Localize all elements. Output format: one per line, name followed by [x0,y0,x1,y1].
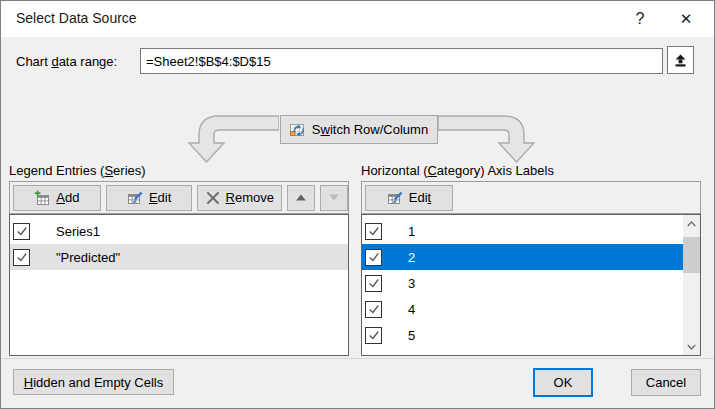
add-button-label: Add [56,190,79,205]
add-button[interactable]: Add [13,185,101,211]
check-icon [367,302,381,316]
chevron-down-icon [687,344,696,350]
footer-divider [2,358,715,359]
list-item-5[interactable]: 5 [362,322,683,348]
checkbox-2[interactable] [365,249,382,266]
list-item-label: 5 [408,328,415,343]
list-item-3[interactable]: 3 [362,270,683,296]
edit-series-button-label: Edit [149,190,171,205]
move-up-button[interactable] [287,185,315,211]
scroll-up-button[interactable] [683,215,700,232]
edit-series-icon [127,190,143,206]
axis-labels-list[interactable]: 1 2 3 4 5 [361,214,701,356]
legend-entries-list[interactable]: Series1 "Predicted" [9,214,349,356]
move-down-icon [329,194,339,201]
check-icon [367,276,381,290]
chevron-up-icon [687,221,696,227]
chart-data-range-label: Chart data range: [16,54,117,69]
remove-button[interactable]: Remove [197,185,282,211]
move-up-icon [296,194,306,201]
legend-toolbar: Add Edit Remove [9,181,349,214]
list-item-label: Series1 [56,224,100,239]
ok-button[interactable]: OK [533,368,593,397]
move-down-button[interactable] [320,185,348,211]
checkbox-predicted[interactable] [13,249,30,266]
list-item-series1[interactable]: Series1 [10,218,348,244]
dialog-title: Select Data Source [16,10,137,26]
switch-row-column-label: Switch Row/Column [312,122,428,137]
list-item-1[interactable]: 1 [362,218,683,244]
list-item-label: 4 [408,302,415,317]
left-curved-arrow [187,113,279,165]
range-picker-icon [674,54,687,67]
list-item-label: 2 [408,250,415,265]
add-series-icon [34,190,50,206]
edit-axis-labels-button[interactable]: Edit [365,185,453,211]
check-icon [367,250,381,264]
hidden-and-empty-cells-button[interactable]: Hidden and Empty Cells [13,369,174,395]
title-bar: Select Data Source ? ✕ [1,1,714,37]
select-data-source-dialog: Select Data Source ? ✕ Chart data range:… [0,0,715,409]
vertical-scrollbar[interactable] [683,215,700,355]
switch-row-column-button[interactable]: Switch Row/Column [280,115,438,144]
list-item-2-selected[interactable]: 2 [362,244,683,270]
legend-entries-heading: Legend Entries (Series) [9,163,146,178]
list-item-predicted[interactable]: "Predicted" [10,244,348,270]
list-item-label: "Predicted" [56,250,120,265]
right-curved-arrow [438,113,538,165]
help-icon[interactable]: ? [621,3,659,34]
chart-data-range-input[interactable] [140,48,663,74]
remove-icon [206,191,220,205]
scrollbar-thumb[interactable] [683,237,700,273]
collapse-dialog-button[interactable] [667,46,694,74]
switch-row-column-icon [290,122,306,138]
checkbox-3[interactable] [365,275,382,292]
list-item-label: 1 [408,224,415,239]
remove-button-label: Remove [226,190,274,205]
edit-axis-labels-button-label: Edit [409,190,431,205]
edit-axis-labels-icon [387,190,403,206]
cancel-button[interactable]: Cancel [631,369,701,396]
hidden-and-empty-cells-label: Hidden and Empty Cells [24,375,163,390]
edit-series-button[interactable]: Edit [106,185,193,211]
list-item-label: 3 [408,276,415,291]
checkbox-5[interactable] [365,327,382,344]
check-icon [15,224,29,238]
axis-labels-toolbar: Edit [361,181,701,214]
check-icon [367,328,381,342]
checkbox-1[interactable] [365,223,382,240]
check-icon [15,250,29,264]
scroll-down-button[interactable] [683,338,700,355]
close-icon[interactable]: ✕ [667,3,705,34]
check-icon [367,224,381,238]
axis-labels-heading: Horizontal (Category) Axis Labels [361,163,554,178]
checkbox-series1[interactable] [13,223,30,240]
list-item-4[interactable]: 4 [362,296,683,322]
checkbox-4[interactable] [365,301,382,318]
